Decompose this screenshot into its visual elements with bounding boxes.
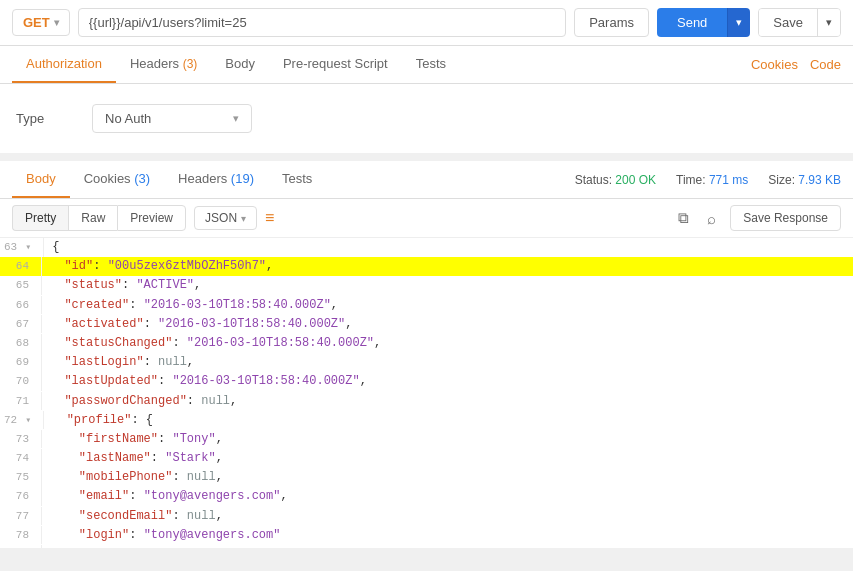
line-number: 79 (0, 545, 42, 548)
line-number: 69 (0, 353, 42, 372)
line-content: "secondEmail": null, (42, 507, 223, 526)
collapse-arrow-icon[interactable]: ▾ (19, 242, 31, 253)
line-content: "email": "tony@avengers.com", (42, 487, 288, 506)
line-number: 73 (0, 430, 42, 449)
line-number: 64 (0, 257, 42, 276)
method-select[interactable]: GET ▾ (12, 9, 70, 36)
auth-type-select[interactable]: No Auth ▾ (92, 104, 252, 133)
line-number: 65 (0, 276, 42, 295)
request-tabs-bar: Authorization Headers (3) Body Pre-reque… (0, 46, 853, 84)
time-value: 771 ms (709, 173, 748, 187)
line-number: 68 (0, 334, 42, 353)
response-section: Body Cookies (3) Headers (19) Tests Stat… (0, 161, 853, 548)
save-button[interactable]: Save (759, 9, 817, 36)
response-tab-headers[interactable]: Headers (19) (164, 161, 268, 198)
table-row: 72 ▾ "profile": { (0, 411, 853, 430)
code-area[interactable]: 63 ▾{64 "id": "00u5zex6ztMbOZhF50h7",65 … (0, 238, 853, 548)
save-response-button[interactable]: Save Response (730, 205, 841, 231)
collapse-arrow-icon[interactable]: ▾ (19, 415, 31, 426)
response-tab-tests[interactable]: Tests (268, 161, 326, 198)
table-row: 69 "lastLogin": null, (0, 353, 853, 372)
format-raw-button[interactable]: Raw (68, 205, 117, 231)
line-number: 75 (0, 468, 42, 487)
save-group: Save ▾ (758, 8, 841, 37)
table-row: 68 "statusChanged": "2016-03-10T18:58:40… (0, 334, 853, 353)
line-content: "status": "ACTIVE", (42, 276, 201, 295)
line-content: "passwordChanged": null, (42, 392, 237, 411)
response-tab-body[interactable]: Body (12, 161, 70, 198)
url-input[interactable] (78, 8, 566, 37)
tab-tests[interactable]: Tests (402, 46, 460, 83)
auth-type-row: Type No Auth ▾ (16, 104, 837, 133)
size-value: 7.93 KB (798, 173, 841, 187)
auth-type-label: Type (16, 111, 76, 126)
line-content: "statusChanged": "2016-03-10T18:58:40.00… (42, 334, 381, 353)
copy-button[interactable]: ⧉ (674, 205, 693, 231)
format-type-chevron-icon: ▾ (241, 213, 246, 224)
search-button[interactable]: ⌕ (703, 206, 720, 231)
line-number: 74 (0, 449, 42, 468)
table-row: 66 "created": "2016-03-10T18:58:40.000Z"… (0, 296, 853, 315)
send-dropdown-button[interactable]: ▾ (727, 8, 750, 37)
line-content: "activated": "2016-03-10T18:58:40.000Z", (42, 315, 352, 334)
send-button[interactable]: Send (657, 8, 727, 37)
time-label: Time: 771 ms (676, 173, 748, 187)
table-row: 70 "lastUpdated": "2016-03-10T18:58:40.0… (0, 372, 853, 391)
tab-authorization[interactable]: Authorization (12, 46, 116, 83)
save-dropdown-button[interactable]: ▾ (817, 9, 840, 36)
table-row: 76 "email": "tony@avengers.com", (0, 487, 853, 506)
auth-type-chevron-icon: ▾ (233, 112, 239, 125)
line-number: 70 (0, 372, 42, 391)
line-content: "id": "00u5zex6ztMbOZhF50h7", (42, 257, 273, 276)
method-label: GET (23, 15, 50, 30)
cookies-link[interactable]: Cookies (751, 57, 798, 72)
line-number: 72 ▾ (0, 411, 44, 430)
table-row: 67 "activated": "2016-03-10T18:58:40.000… (0, 315, 853, 334)
response-status: Status: 200 OK Time: 771 ms Size: 7.93 K… (575, 173, 841, 187)
table-row: 79 }, (0, 545, 853, 548)
table-row: 64 "id": "00u5zex6ztMbOZhF50h7", (0, 257, 853, 276)
format-toolbar: Pretty Raw Preview JSON ▾ ≡ ⧉ ⌕ Save Res… (0, 199, 853, 238)
size-label: Size: 7.93 KB (768, 173, 841, 187)
table-row: 63 ▾{ (0, 238, 853, 257)
line-number: 67 (0, 315, 42, 334)
response-tab-cookies[interactable]: Cookies (3) (70, 161, 164, 198)
request-tabs-right: Cookies Code (751, 57, 841, 72)
params-button[interactable]: Params (574, 8, 649, 37)
table-row: 77 "secondEmail": null, (0, 507, 853, 526)
line-number: 66 (0, 296, 42, 315)
line-content: "created": "2016-03-10T18:58:40.000Z", (42, 296, 338, 315)
line-content: }, (42, 545, 79, 548)
table-row: 65 "status": "ACTIVE", (0, 276, 853, 295)
line-content: "firstName": "Tony", (42, 430, 223, 449)
table-row: 75 "mobilePhone": null, (0, 468, 853, 487)
format-type-value: JSON (205, 211, 237, 225)
table-row: 73 "firstName": "Tony", (0, 430, 853, 449)
status-value: 200 OK (615, 173, 656, 187)
format-preview-button[interactable]: Preview (117, 205, 186, 231)
format-actions: ⧉ ⌕ Save Response (674, 205, 841, 231)
table-row: 74 "lastName": "Stark", (0, 449, 853, 468)
code-link[interactable]: Code (810, 57, 841, 72)
request-bar: GET ▾ Params Send ▾ Save ▾ (0, 0, 853, 46)
response-tabs-bar: Body Cookies (3) Headers (19) Tests Stat… (0, 161, 853, 199)
line-number: 71 (0, 392, 42, 411)
tab-prerequest[interactable]: Pre-request Script (269, 46, 402, 83)
line-content: "lastLogin": null, (42, 353, 194, 372)
line-content: "lastUpdated": "2016-03-10T18:58:40.000Z… (42, 372, 367, 391)
tab-body[interactable]: Body (211, 46, 269, 83)
line-number: 77 (0, 507, 42, 526)
tab-headers[interactable]: Headers (3) (116, 46, 211, 83)
line-content: { (44, 238, 59, 257)
format-type-select[interactable]: JSON ▾ (194, 206, 257, 230)
line-number: 78 (0, 526, 42, 545)
auth-type-value: No Auth (105, 111, 151, 126)
line-content: "profile": { (44, 411, 153, 430)
table-row: 78 "login": "tony@avengers.com" (0, 526, 853, 545)
format-pretty-button[interactable]: Pretty (12, 205, 68, 231)
auth-section: Type No Auth ▾ (0, 84, 853, 161)
filter-icon[interactable]: ≡ (265, 209, 274, 227)
line-number: 63 ▾ (0, 238, 44, 257)
table-row: 71 "passwordChanged": null, (0, 392, 853, 411)
line-number: 76 (0, 487, 42, 506)
